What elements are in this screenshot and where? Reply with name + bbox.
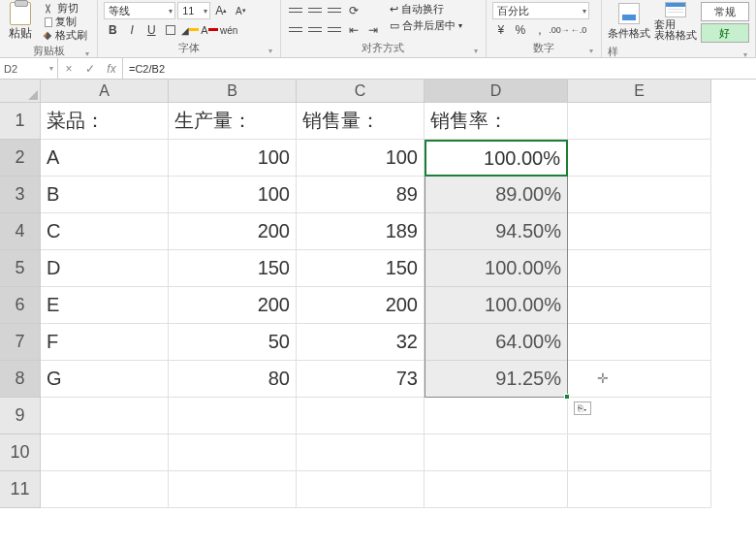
row-header-8[interactable]: 8 bbox=[0, 361, 41, 398]
increase-decimal-button[interactable]: .00→ bbox=[551, 21, 568, 39]
row-header-10[interactable]: 10 bbox=[0, 434, 41, 471]
cell-A1[interactable]: 菜品： bbox=[41, 103, 169, 140]
cell-C9[interactable] bbox=[297, 398, 425, 434]
align-top-button[interactable] bbox=[287, 2, 304, 19]
cell-D11[interactable] bbox=[425, 471, 568, 508]
font-color-button[interactable]: A bbox=[201, 21, 218, 39]
cell-A9[interactable] bbox=[41, 398, 169, 434]
number-format-select[interactable]: 百分比 bbox=[492, 2, 589, 19]
cell-C4[interactable]: 189 bbox=[297, 213, 425, 250]
formula-input[interactable]: =C2/B2 bbox=[123, 58, 756, 79]
cell-A3[interactable]: B bbox=[41, 177, 169, 213]
cell-D8[interactable]: 91.25% bbox=[425, 361, 568, 398]
cell-D1[interactable]: 销售率： bbox=[425, 103, 568, 140]
cell-B1[interactable]: 生产量： bbox=[169, 103, 297, 140]
cell-C7[interactable]: 32 bbox=[297, 324, 425, 361]
italic-button[interactable]: I bbox=[123, 21, 141, 39]
row-header-5[interactable]: 5 bbox=[0, 250, 41, 287]
merge-center-button[interactable]: ▭ 合并后居中 ▾ bbox=[390, 18, 462, 33]
col-header-D[interactable]: D bbox=[425, 80, 568, 103]
row-header-1[interactable]: 1 bbox=[0, 103, 41, 140]
cell-E8[interactable] bbox=[568, 361, 711, 398]
cell-D9[interactable] bbox=[425, 398, 568, 434]
fx-button[interactable]: fx bbox=[101, 62, 122, 76]
cell-C5[interactable]: 150 bbox=[297, 250, 425, 287]
cell-E1[interactable] bbox=[568, 103, 711, 140]
cell-style-good[interactable]: 好 bbox=[701, 23, 749, 43]
worksheet-grid[interactable]: A B C D E 1 2 3 4 5 6 7 8 9 10 11 菜品： 生产… bbox=[0, 80, 756, 546]
row-header-7[interactable]: 7 bbox=[0, 324, 41, 361]
comma-button[interactable]: , bbox=[531, 21, 549, 39]
accounting-button[interactable]: ¥ bbox=[492, 21, 510, 39]
cell-C3[interactable]: 89 bbox=[297, 177, 425, 213]
row-header-9[interactable]: 9 bbox=[0, 398, 41, 434]
row-header-4[interactable]: 4 bbox=[0, 213, 41, 250]
cell-A2[interactable]: A bbox=[41, 140, 169, 177]
cell-E11[interactable] bbox=[568, 471, 711, 508]
cell-C11[interactable] bbox=[297, 471, 425, 508]
cell-D3[interactable]: 89.00% bbox=[425, 177, 568, 213]
cell-E7[interactable] bbox=[568, 324, 711, 361]
cell-E3[interactable] bbox=[568, 177, 711, 213]
row-header-11[interactable]: 11 bbox=[0, 471, 41, 508]
align-right-button[interactable] bbox=[326, 21, 343, 39]
cell-D5[interactable]: 100.00% bbox=[425, 250, 568, 287]
cancel-button[interactable]: × bbox=[58, 62, 79, 76]
cell-B8[interactable]: 80 bbox=[169, 361, 297, 398]
cell-A4[interactable]: C bbox=[41, 213, 169, 250]
cell-style-normal[interactable]: 常规 bbox=[701, 2, 749, 21]
cell-D6[interactable]: 100.00% bbox=[425, 287, 568, 324]
cell-E4[interactable] bbox=[568, 213, 711, 250]
underline-button[interactable]: U bbox=[142, 21, 160, 39]
bold-button[interactable]: B bbox=[104, 21, 121, 39]
cell-B4[interactable]: 200 bbox=[169, 213, 297, 250]
orientation-button[interactable]: ⟳ bbox=[345, 2, 362, 19]
cell-D7[interactable]: 64.00% bbox=[425, 324, 568, 361]
cell-A8[interactable]: G bbox=[41, 361, 169, 398]
align-center-button[interactable] bbox=[306, 21, 324, 39]
conditional-formatting-button[interactable]: 条件格式 bbox=[608, 2, 650, 41]
cell-C10[interactable] bbox=[297, 434, 425, 471]
cell-C6[interactable]: 200 bbox=[297, 287, 425, 324]
cell-B3[interactable]: 100 bbox=[169, 177, 297, 213]
increase-font-button[interactable]: A▴ bbox=[212, 2, 230, 19]
cell-E10[interactable] bbox=[568, 434, 711, 471]
align-bottom-button[interactable] bbox=[326, 2, 343, 19]
cell-B11[interactable] bbox=[169, 471, 297, 508]
cell-A7[interactable]: F bbox=[41, 324, 169, 361]
row-header-2[interactable]: 2 bbox=[0, 140, 41, 177]
decrease-indent-button[interactable]: ⇤ bbox=[345, 21, 362, 39]
decrease-decimal-button[interactable]: ←.0 bbox=[570, 21, 587, 39]
cell-E2[interactable] bbox=[568, 140, 711, 177]
cell-A6[interactable]: E bbox=[41, 287, 169, 324]
phonetic-button[interactable]: wén bbox=[220, 21, 237, 39]
cell-A10[interactable] bbox=[41, 434, 169, 471]
cell-A11[interactable] bbox=[41, 471, 169, 508]
col-header-B[interactable]: B bbox=[169, 80, 297, 103]
percent-button[interactable]: % bbox=[512, 21, 529, 39]
name-box[interactable]: D2 bbox=[0, 58, 58, 79]
paste-button[interactable]: 粘贴 bbox=[6, 2, 35, 42]
cell-E6[interactable] bbox=[568, 287, 711, 324]
wrap-text-button[interactable]: ↩ 自动换行 bbox=[390, 2, 462, 16]
border-button[interactable] bbox=[162, 21, 179, 39]
cell-C1[interactable]: 销售量： bbox=[297, 103, 425, 140]
cell-B2[interactable]: 100 bbox=[169, 140, 297, 177]
fill-handle[interactable] bbox=[564, 394, 570, 400]
cell-C8[interactable]: 73 bbox=[297, 361, 425, 398]
cell-E5[interactable] bbox=[568, 250, 711, 287]
fill-color-button[interactable]: ◢ bbox=[181, 21, 199, 39]
col-header-A[interactable]: A bbox=[41, 80, 169, 103]
font-size-select[interactable]: 11 bbox=[177, 2, 210, 19]
col-header-E[interactable]: E bbox=[568, 80, 711, 103]
cell-D2[interactable]: 100.00% bbox=[425, 140, 568, 177]
font-name-select[interactable]: 等线 bbox=[104, 2, 175, 19]
cell-B6[interactable]: 200 bbox=[169, 287, 297, 324]
align-left-button[interactable] bbox=[287, 21, 304, 39]
select-all-corner[interactable] bbox=[0, 80, 41, 103]
cell-B5[interactable]: 150 bbox=[169, 250, 297, 287]
increase-indent-button[interactable]: ⇥ bbox=[364, 21, 382, 39]
row-header-3[interactable]: 3 bbox=[0, 177, 41, 213]
format-as-table-button[interactable]: 套用 表格格式 bbox=[654, 2, 697, 41]
cell-B7[interactable]: 50 bbox=[169, 324, 297, 361]
